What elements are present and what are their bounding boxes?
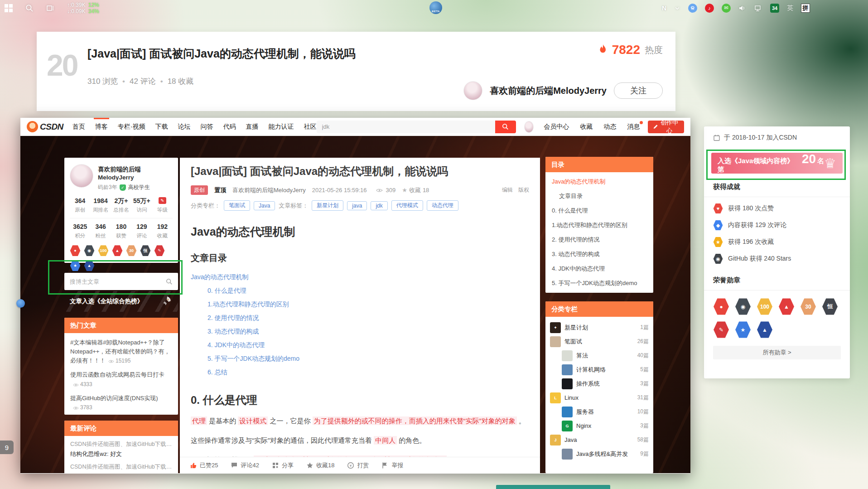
nav-link-会员中心[interactable]: 会员中心 [544,123,569,131]
category-新星计划[interactable]: ✦新星计划1篇 [550,320,649,334]
toc-panel-sub-item[interactable]: 文章目录 [559,192,647,200]
medal-astronaut-icon[interactable]: ★ [70,260,81,271]
toc-link[interactable]: 3. 动态代理的构成 [207,328,259,336]
category-Java多线程&高并发[interactable]: Java多线程&高并发9篇 [550,447,649,461]
nav-link-动态[interactable]: 动态 [603,123,616,131]
toc-panel-item[interactable]: 1.动态代理和静态代理的区别 [552,221,647,229]
nav-item-博客[interactable]: 博客 [95,118,108,136]
profile-stat-积分[interactable]: 3625积分 [70,223,90,239]
like-badge-icon[interactable]: ♥ [713,203,723,214]
toc-link[interactable]: 6. 总结 [207,368,227,377]
profile-name[interactable]: 喜欢前端的后端MelodyJerry [98,165,173,181]
medal-2020-icon[interactable]: ▲ [112,245,123,257]
comment-badge-icon[interactable]: ◆ [713,220,723,231]
tag-pill[interactable]: jdk [371,201,387,210]
profile-stat-评论[interactable]: 129评论 [131,223,152,239]
nav-item-能力认证[interactable]: 能力认证 [269,118,294,136]
category-操作系统[interactable]: 操作系统3篇 [550,377,649,391]
github-badge-icon[interactable]: ◉ [713,253,723,264]
medal-rocket-icon[interactable]: ▲ [757,321,773,339]
toc-panel-item[interactable]: 4. JDK中的动态代理 [552,265,647,273]
article-fav-count[interactable]: ★ 收藏 18 [402,186,429,194]
ime-english-icon[interactable]: 英 [787,4,793,12]
nav-item-首页[interactable]: 首页 [72,118,85,136]
action-share[interactable]: 分享 [272,461,294,470]
article-toc-root-link[interactable]: Java的动态代理机制 [191,273,249,281]
profile-stat-收藏[interactable]: 192收藏 [152,223,173,239]
tray-count-badge[interactable]: 34 [770,4,779,13]
hot-article-item[interactable]: 提高GitHub的访问速度(DNS实现)3783 [70,394,172,412]
start-button-icon[interactable] [5,4,13,12]
category-笔面试[interactable]: 笔面试26篇 [550,334,649,349]
category-pill[interactable]: 笔面试 [224,200,250,211]
tray-netease-music-icon[interactable]: ♪ [705,4,714,13]
medal-monkey-icon[interactable]: ● [70,245,81,257]
profile-stat-总排名[interactable]: 2万+总排名 [111,197,131,213]
author-avatar[interactable] [463,81,482,100]
nav-item-社区[interactable]: 社区 [304,118,317,136]
article-author[interactable]: 喜欢前端的后端MelodyJerry [232,186,306,194]
floating-beta-widget[interactable]: BETA [429,1,442,14]
profile-stat-获赞[interactable]: 180获赞 [111,223,131,239]
task-view-icon[interactable] [46,4,54,12]
nav-item-问答[interactable]: 问答 [201,118,213,136]
profile-stat-等级[interactable]: ✎等级 [152,197,173,213]
hot-card-title[interactable]: [Java|面试] 面试被问Java的动态代理机制，能说说吗 [87,46,356,61]
comment-item[interactable]: CSDN插件还能画图、加速GitHub下载？ ...QtHalcon: 牛，欢迎… [70,463,172,473]
medal-github-icon[interactable]: ◉ [735,298,751,315]
comment-item[interactable]: CSDN插件还能画图、加速GitHub下载？ ...结构化思维wz: 好文 [70,441,172,459]
all-medals-button[interactable]: 所有勋章 > [713,346,841,359]
action-thumb[interactable]: 已赞25 [190,461,218,470]
toc-panel-item[interactable]: 2. 使用代理的情况 [552,236,647,244]
tag-pill[interactable]: 代理模式 [391,200,423,211]
category-Linux[interactable]: LLinux31篇 [550,391,649,405]
category-pill[interactable]: Java [254,201,275,210]
medal-astronaut-icon[interactable]: ★ [735,321,751,339]
profile-stat-周排名[interactable]: 1984周排名 [90,197,111,213]
nav-item-直播[interactable]: 直播 [246,118,259,136]
profile-stat-粉丝[interactable]: 346粉丝 [90,223,111,239]
hot-rank-card[interactable]: 20 [Java|面试] 面试被问Java的动态代理机制，能说说吗 310 浏览… [37,32,675,111]
tag-pill[interactable]: java [347,201,367,210]
hot-article-item[interactable]: 使用云函数自动完成网易云每日打卡4333 [70,370,172,388]
edit-link[interactable]: 编辑 [502,186,513,194]
toc-panel-active-item[interactable]: Java的动态代理机制 [552,178,647,186]
author-name[interactable]: 喜欢前端的后端MelodyJerry [490,85,607,97]
category-Nginx[interactable]: GNginx3篇 [550,419,649,433]
blog-search-input[interactable] [70,278,166,285]
follow-button[interactable]: 关注 [614,82,663,99]
category-服务器[interactable]: 服务器10篇 [550,405,649,419]
nav-link-收藏[interactable]: 收藏 [580,123,593,131]
toc-link[interactable]: 4. JDK中的动态代理 [207,341,265,349]
action-coin[interactable]: ¥打赏 [347,461,369,470]
profile-avatar[interactable] [70,164,93,188]
nav-search-button[interactable] [495,121,516,133]
medal-monkey-icon[interactable]: ● [713,298,729,315]
medal-heng-icon[interactable]: 恒 [140,245,151,257]
action-flag[interactable]: 举报 [381,461,403,470]
medal-pen-icon[interactable]: ✎ [713,321,729,339]
nav-item-论坛[interactable]: 论坛 [178,118,191,136]
taskbar-search-icon[interactable] [25,4,34,12]
java-rank-banner[interactable]: 入选《Java领域内容榜》第 20 名 ♛ [711,153,843,174]
medal-github-icon[interactable]: ◉ [84,245,95,257]
tray-n-icon[interactable]: N [662,5,666,12]
window-edge-widget[interactable] [16,299,25,308]
csdn-logo[interactable]: CSDN [27,121,63,132]
nav-search-input[interactable] [317,121,495,133]
medal-rocket-icon[interactable]: ▲ [84,260,95,271]
nav-item-专栏·视频[interactable]: 专栏·视频 [118,118,145,136]
medal-pen-icon[interactable]: ✎ [154,245,165,257]
tray-chevron-icon[interactable] [674,5,680,11]
tray-qq-icon[interactable]: ଳ [688,4,697,13]
category-计算机网络[interactable]: 计算机网络5篇 [550,363,649,377]
hot-article-item[interactable]: #文本编辑器#卸载Notepad++？除了Notepad++，还有啥能代替的吗？… [70,338,172,365]
action-star[interactable]: 收藏18 [306,461,334,470]
medal-30-icon[interactable]: 30 [800,298,816,315]
medal-100-icon[interactable]: 100 [98,245,109,257]
tag-pill[interactable]: 新星计划 [312,200,343,211]
ime-pinyin-icon[interactable]: 拼 [801,4,810,13]
medal-100-icon[interactable]: 100 [757,298,773,315]
tray-wechat-icon[interactable]: ✉ [722,4,731,13]
nav-item-下载[interactable]: 下载 [155,118,168,136]
